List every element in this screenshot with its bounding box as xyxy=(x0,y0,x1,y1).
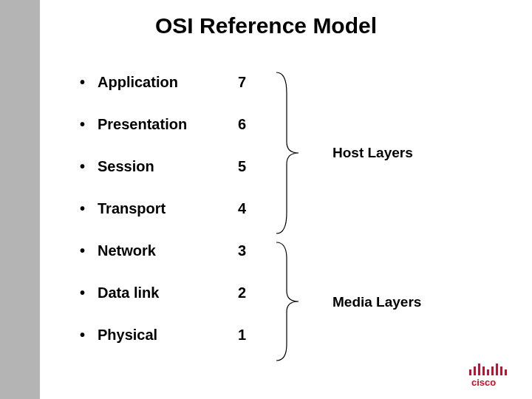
svg-rect-5 xyxy=(491,366,494,375)
layer-name: Session xyxy=(98,158,238,175)
layer-row: • Session 5 xyxy=(80,158,267,200)
host-layers-label: Host Layers xyxy=(332,145,413,161)
svg-rect-1 xyxy=(474,366,476,375)
cisco-logo-icon: cisco xyxy=(467,361,519,389)
layer-row: • Presentation 6 xyxy=(80,116,267,158)
bullet-icon: • xyxy=(80,158,98,175)
layer-name: Transport xyxy=(98,200,238,217)
layer-row: • Network 3 xyxy=(80,242,267,284)
layer-name: Network xyxy=(98,242,238,259)
slide-title: OSI Reference Model xyxy=(0,13,532,38)
layer-name: Data link xyxy=(98,284,238,301)
layer-number: 2 xyxy=(238,284,267,301)
layer-number: 5 xyxy=(238,158,267,175)
logo-text: cisco xyxy=(471,377,496,388)
bullet-icon: • xyxy=(80,284,98,301)
layer-number: 6 xyxy=(238,116,267,133)
svg-rect-6 xyxy=(496,364,498,375)
brace-icon xyxy=(273,241,303,362)
layer-number: 4 xyxy=(238,200,267,217)
bullet-icon: • xyxy=(80,116,98,133)
bullet-icon: • xyxy=(80,200,98,217)
svg-rect-2 xyxy=(478,364,480,375)
layer-name: Application xyxy=(98,74,238,91)
layer-row: • Physical 1 xyxy=(80,327,267,369)
layer-row: • Transport 4 xyxy=(80,200,267,242)
svg-rect-8 xyxy=(505,369,507,375)
brace-icon xyxy=(273,71,303,235)
layer-row: • Application 7 xyxy=(80,74,267,116)
svg-rect-0 xyxy=(469,369,471,375)
layer-row: • Data link 2 xyxy=(80,284,267,327)
left-stripe xyxy=(0,0,40,399)
layer-number: 3 xyxy=(238,242,267,259)
svg-rect-3 xyxy=(482,366,485,375)
bullet-icon: • xyxy=(80,327,98,344)
layer-number: 7 xyxy=(238,74,267,91)
layer-name: Presentation xyxy=(98,116,238,133)
bullet-icon: • xyxy=(80,74,98,91)
slide: OSI Reference Model • Application 7 • Pr… xyxy=(0,0,532,399)
layer-name: Physical xyxy=(98,327,238,344)
svg-rect-4 xyxy=(487,369,489,375)
bullet-icon: • xyxy=(80,242,98,259)
layer-number: 1 xyxy=(238,327,267,344)
svg-rect-7 xyxy=(500,366,502,375)
layers-list: • Application 7 • Presentation 6 • Sessi… xyxy=(80,74,267,369)
media-layers-label: Media Layers xyxy=(332,294,421,310)
